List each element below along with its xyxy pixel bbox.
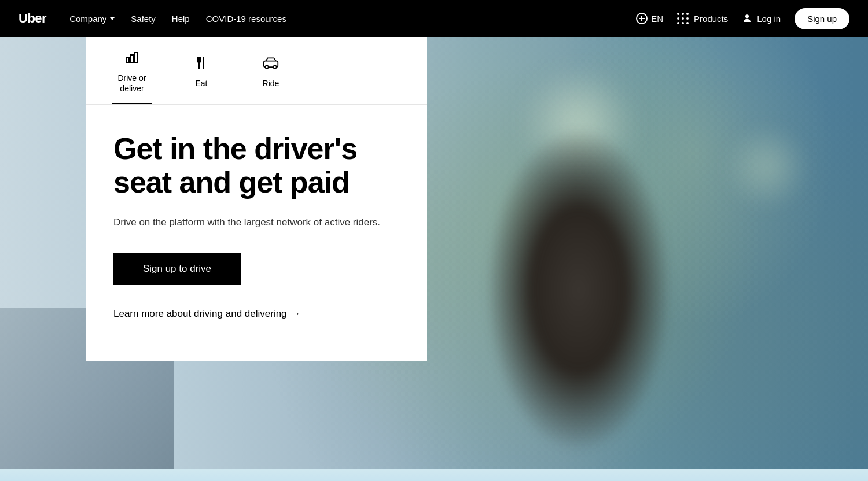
help-nav-item[interactable]: Help <box>172 14 190 24</box>
svg-point-7 <box>265 65 268 68</box>
svg-rect-1 <box>127 58 129 62</box>
person-icon <box>742 13 752 24</box>
bar-chart-icon <box>125 51 139 68</box>
covid-nav-item[interactable]: COVID-19 resources <box>206 14 286 24</box>
navbar-right: EN Products Log in Sign up <box>636 8 849 29</box>
tab-eat-label: Eat <box>195 78 207 88</box>
fork-icon <box>194 56 208 73</box>
hero-subtext: Drive on the platform with the largest n… <box>113 215 399 230</box>
login-button[interactable]: Log in <box>742 13 781 24</box>
grid-icon <box>677 13 689 25</box>
globe-icon <box>636 13 648 24</box>
tab-drive-deliver-label: Drive ordeliver <box>117 73 146 94</box>
hero-heading: Get in the driver'sseat and get paid <box>113 132 399 198</box>
hero-card: Drive ordeliver Eat <box>86 37 427 361</box>
sign-up-to-drive-button[interactable]: Sign up to drive <box>113 253 241 285</box>
car-icon <box>263 56 279 73</box>
safety-nav-item[interactable]: Safety <box>131 14 156 24</box>
hero-card-content: Get in the driver'sseat and get paid Dri… <box>86 105 427 361</box>
chevron-down-icon <box>110 17 115 20</box>
svg-rect-3 <box>135 53 137 62</box>
svg-rect-2 <box>131 55 133 62</box>
tab-eat[interactable]: Eat <box>167 37 236 104</box>
navbar: Uber Company Safety Help COVID-19 resour… <box>0 0 868 37</box>
nav-links: Company Safety Help COVID-19 resources <box>69 14 617 24</box>
svg-point-8 <box>273 65 276 68</box>
tab-ride-label: Ride <box>263 78 279 88</box>
hero-section: Drive ordeliver Eat <box>0 37 868 481</box>
bokeh-effect-2 <box>723 124 810 210</box>
learn-more-link[interactable]: Learn more about driving and delivering <box>113 308 399 320</box>
uber-logo[interactable]: Uber <box>19 11 46 26</box>
language-selector[interactable]: EN <box>636 13 663 24</box>
signup-button[interactable]: Sign up <box>795 8 849 29</box>
product-tabs: Drive ordeliver Eat <box>86 37 427 105</box>
company-nav-item[interactable]: Company <box>69 14 115 24</box>
svg-point-0 <box>745 14 749 18</box>
bottom-decorative-bar <box>0 469 868 481</box>
products-menu[interactable]: Products <box>677 13 728 25</box>
person-figure <box>434 83 723 459</box>
tab-drive-deliver[interactable]: Drive ordeliver <box>97 37 167 104</box>
tab-ride[interactable]: Ride <box>236 37 306 104</box>
